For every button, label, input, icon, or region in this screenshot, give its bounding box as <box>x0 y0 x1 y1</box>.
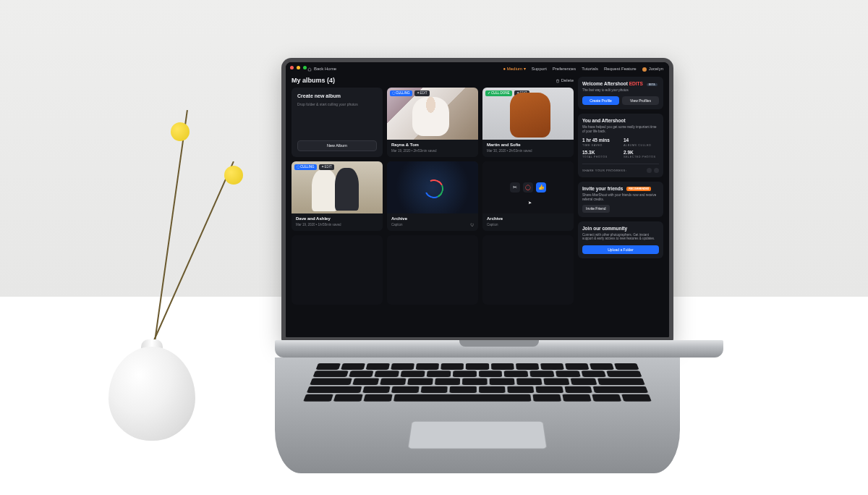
edit-badge: ✦EDIT <box>414 90 430 96</box>
edit-badge: ✦EDIT <box>319 164 334 170</box>
album-card[interactable]: ◌CULLING ✦EDIT Rayna & Tom Mar 19, 2020 … <box>387 88 478 157</box>
welcome-sub: The fast way to edit your photos <box>582 88 659 93</box>
side-pane: Welcome Aftershoot EDITS BETA The fast w… <box>578 77 663 331</box>
close-icon[interactable] <box>290 66 294 69</box>
spinner-icon: ◌ <box>297 165 299 169</box>
recommended-badge: RECOMMENDED <box>626 187 651 191</box>
back-home-label: Back Home <box>314 67 336 72</box>
album-sub: Mar 19, 2020 • 2hr53min saved <box>391 149 474 153</box>
album-card[interactable]: ✂ ◯ 👍 Archive Caption ➤ <box>482 161 574 231</box>
decorative-vase <box>94 274 210 441</box>
album-thumbnail: ✓CULL DONE ✦EDIT <box>482 88 574 140</box>
stat-value: 2.9K <box>624 150 659 156</box>
delete-label: Delete <box>561 78 574 84</box>
page-title: My albums (4) <box>292 77 335 85</box>
nav-tutorials[interactable]: Tutorials <box>582 67 598 72</box>
laptop: Back Home ● Medium ▾ Support Preferences… <box>275 58 680 473</box>
album-name: Archive <box>391 216 474 222</box>
nav-preferences[interactable]: Preferences <box>553 67 576 72</box>
album-card[interactable]: ✓CULL DONE ✦EDIT Martin and Sofie Mar 30… <box>482 88 574 157</box>
create-profile-button[interactable]: Create Profile <box>582 96 619 105</box>
album-sub: Mar 19, 2020 • 1hr58min saved <box>296 223 378 227</box>
chevron-down-icon: ▾ <box>524 67 526 71</box>
check-icon: ✓ <box>488 91 490 96</box>
trash-icon <box>556 79 560 83</box>
community-panel: Join our community Connect with other ph… <box>578 221 663 259</box>
album-thumbnail: ◌CULLING ✦EDIT <box>292 161 383 213</box>
invite-sub: Share AfterShoot with your friends now a… <box>582 193 659 201</box>
heart-icon[interactable]: ♡ <box>470 223 474 229</box>
share-label: SHARE YOUR PROGRESS: <box>582 169 626 172</box>
stat-label: ALBUMS CULLED <box>624 144 659 148</box>
user-name: Jocelyn <box>649 67 663 71</box>
edit-badge: ✦EDIT <box>514 90 529 96</box>
maximize-icon[interactable] <box>303 66 307 69</box>
empty-slot <box>387 235 478 305</box>
stat-label: TIME SAVED <box>582 144 618 148</box>
user-menu[interactable]: Jocelyn <box>642 67 663 72</box>
wand-icon: ✦ <box>516 91 519 96</box>
edits-label: EDITS <box>629 81 643 86</box>
community-sub: Connect with other photographers. Get in… <box>582 233 659 241</box>
album-card[interactable]: Archive Caption ♡ <box>387 161 478 231</box>
album-sub: Caption <box>391 223 474 227</box>
quality-dropdown-label: Medium <box>507 67 522 71</box>
album-sub: Mar 30, 2020 • 2hr53min saved <box>487 149 569 153</box>
new-album-button[interactable]: New Album <box>297 140 377 151</box>
stat-value: 1 hr 45 mins <box>582 138 618 143</box>
community-title: Join our community <box>582 226 659 232</box>
invite-title: Invite your friends RECOMMENDED <box>582 186 659 192</box>
stat-label: TOTAL PHOTOS <box>582 156 618 159</box>
create-album-heading: Create new album <box>297 93 377 100</box>
album-sub: Caption <box>487 223 569 227</box>
stat-label: SELECTED PHOTOS <box>624 156 659 159</box>
view-profiles-button[interactable]: View Profiles <box>622 96 659 105</box>
album-card[interactable]: ◌CULLING ✦EDIT Dave and Ashley Mar 19, 2… <box>292 161 383 231</box>
stats-title: You and Aftershoot <box>582 118 659 124</box>
quality-dropdown[interactable]: ● Medium ▾ <box>503 67 525 72</box>
thumbs-up-icon: 👍 <box>536 182 546 192</box>
album-name: Archive <box>487 216 569 222</box>
album-thumbnail <box>387 161 478 213</box>
create-album-card[interactable]: Create new album Drop folder & start cul… <box>292 88 383 157</box>
stats-sub: We have helped you get some really impor… <box>582 125 659 133</box>
album-thumbnail: ◌CULLING ✦EDIT <box>387 88 478 140</box>
app-window: Back Home ● Medium ▾ Support Preferences… <box>286 62 669 337</box>
empty-slot <box>292 235 383 305</box>
home-icon <box>307 67 312 72</box>
top-bar: Back Home ● Medium ▾ Support Preferences… <box>307 65 663 74</box>
create-album-tip: Drop folder & start culling your photos <box>297 102 377 106</box>
facebook-icon[interactable] <box>647 168 652 173</box>
back-home-button[interactable]: Back Home <box>307 67 336 72</box>
album-name: Dave and Ashley <box>296 216 378 222</box>
empty-slot <box>482 235 574 305</box>
beta-badge: BETA <box>647 83 658 86</box>
logo-icon: ◯ <box>523 182 533 192</box>
stat-value: 15.3K <box>582 150 618 156</box>
instagram-icon[interactable] <box>654 168 659 173</box>
album-name: Martin and Sofie <box>487 143 569 148</box>
stat-value: 14 <box>624 138 659 143</box>
culling-badge: ◌CULLING <box>294 164 317 170</box>
cull-done-badge: ✓CULL DONE <box>485 90 512 96</box>
invite-friend-button[interactable]: Invite Friend <box>582 205 610 212</box>
minimize-icon[interactable] <box>297 66 300 69</box>
cursor-icon: ➤ <box>528 200 532 206</box>
avatar <box>642 67 647 72</box>
culling-badge: ◌CULLING <box>390 90 412 96</box>
welcome-title: Welcome Aftershoot EDITS BETA <box>582 81 659 87</box>
nav-support[interactable]: Support <box>532 67 547 72</box>
album-name: Rayna & Tom <box>391 143 474 148</box>
main-pane: My albums (4) Delete <box>292 77 574 331</box>
upload-folder-button[interactable]: Upload a Folder <box>582 245 659 254</box>
invite-panel: Invite your friends RECOMMENDED Share Af… <box>578 182 663 217</box>
wand-icon: ✦ <box>321 165 324 169</box>
wand-icon: ✦ <box>417 91 420 96</box>
delete-button[interactable]: Delete <box>556 78 574 84</box>
nav-request-feature[interactable]: Request Feature <box>604 67 637 72</box>
window-controls <box>290 66 307 69</box>
crop-icon: ✂ <box>510 182 520 192</box>
welcome-panel: Welcome Aftershoot EDITS BETA The fast w… <box>578 77 663 109</box>
stats-panel: You and Aftershoot We have helped you ge… <box>578 114 663 177</box>
share-row: SHARE YOUR PROGRESS: <box>582 164 659 173</box>
